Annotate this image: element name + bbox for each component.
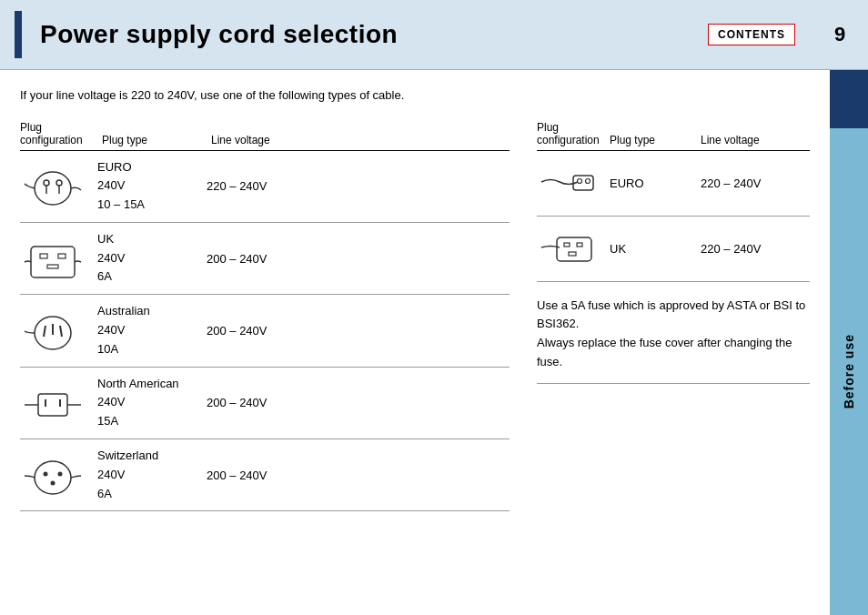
- contents-button[interactable]: CONTENTS: [708, 24, 795, 45]
- page-body: If your line voltage is 220 to 240V, use…: [0, 70, 830, 615]
- left-plug-table: Plugconfiguration Plug type Line voltage: [20, 121, 510, 512]
- plug-info-swiss: Switzerland240V6A: [97, 447, 207, 503]
- right-col-voltage: Line voltage: [701, 134, 782, 146]
- table-row: UK 220 – 240V: [537, 217, 810, 282]
- svg-rect-6: [40, 254, 47, 258]
- svg-rect-8: [47, 265, 58, 268]
- svg-point-21: [578, 178, 582, 183]
- header-accent-bar: [15, 11, 22, 58]
- svg-point-18: [58, 471, 63, 476]
- plug-voltage-swiss: 200 – 240V: [207, 469, 288, 482]
- table-row: UK240V6A 200 – 240V: [20, 223, 510, 295]
- right-plug-table: Plugconfiguration Plug type Line voltage: [537, 121, 810, 384]
- tables-row: Plugconfiguration Plug type Line voltage: [20, 121, 810, 512]
- sidebar-blue: Before use: [830, 128, 868, 615]
- svg-point-1: [44, 180, 49, 186]
- table-row: EURO240V10 – 15A 220 – 240V: [20, 151, 510, 223]
- svg-point-22: [586, 178, 590, 183]
- svg-point-2: [56, 180, 62, 186]
- plug-image-aus: [20, 306, 97, 356]
- table-row: North American240V15A 200 – 240V: [20, 368, 510, 439]
- col-header-voltage: Line voltage: [211, 134, 293, 146]
- svg-rect-5: [31, 247, 75, 277]
- right-plug-type-euro: EURO: [610, 176, 701, 190]
- north-american-plug-icon: [20, 378, 86, 428]
- fuse-line2: Always replace the fuse cover after chan…: [537, 336, 792, 368]
- page-number: 9: [826, 23, 853, 46]
- right-col-config: Plugconfiguration: [537, 121, 610, 146]
- right-plug-type-uk: UK: [610, 242, 701, 256]
- svg-line-10: [44, 326, 45, 337]
- svg-point-19: [51, 480, 56, 485]
- plug-image-na: [20, 378, 97, 428]
- table-row: Australian240V10A 200 – 240V: [20, 295, 510, 367]
- plug-info-euro: EURO240V10 – 15A: [97, 158, 207, 215]
- col-header-type: Plug type: [102, 134, 211, 146]
- svg-point-17: [44, 471, 48, 476]
- plug-image-swiss: [20, 450, 97, 500]
- svg-rect-25: [577, 243, 582, 247]
- main-content: Power supply cord selection CONTENTS 9 I…: [0, 0, 868, 615]
- sidebar-label: Before use: [842, 334, 856, 408]
- intro-text: If your line voltage is 220 to 240V, use…: [20, 86, 810, 105]
- plug-info-aus: Australian240V10A: [97, 302, 207, 358]
- switzerland-plug-icon: [20, 450, 86, 500]
- page-title: Power supply cord selection: [40, 20, 398, 49]
- table-row: EURO 220 – 240V: [537, 151, 810, 217]
- plug-voltage-uk: 200 – 240V: [207, 252, 288, 266]
- plug-info-na: North American240V15A: [97, 375, 207, 431]
- svg-line-11: [60, 326, 62, 337]
- right-sidebar: Before use: [830, 70, 868, 615]
- fuse-line1: Use a 5A fuse which is approved by ASTA …: [537, 298, 805, 331]
- right-plug-voltage-euro: 220 – 240V: [701, 176, 782, 190]
- svg-rect-7: [58, 254, 66, 258]
- plug-voltage-na: 200 – 240V: [207, 396, 288, 409]
- svg-rect-23: [557, 237, 591, 261]
- right-plug-image-uk: [537, 225, 610, 273]
- body-area: If your line voltage is 220 to 240V, use…: [0, 70, 868, 615]
- plug-voltage-euro: 220 – 240V: [207, 179, 288, 193]
- svg-rect-24: [564, 243, 570, 247]
- svg-rect-13: [38, 394, 67, 416]
- page-header: Power supply cord selection CONTENTS 9: [0, 0, 868, 70]
- left-table-header: Plugconfiguration Plug type Line voltage: [20, 121, 510, 151]
- svg-point-0: [35, 172, 71, 205]
- uk-plug-icon: [20, 234, 86, 284]
- plug-image-uk: [20, 234, 97, 284]
- sidebar-dark-top: [830, 70, 868, 128]
- euro-plug-icon: [20, 161, 86, 211]
- col-header-config: Plugconfiguration: [20, 121, 102, 146]
- right-col-type: Plug type: [610, 134, 701, 146]
- uk-cable-icon: [537, 225, 601, 270]
- fuse-info: Use a 5A fuse which is approved by ASTA …: [537, 297, 810, 384]
- header-left: Power supply cord selection: [15, 11, 398, 58]
- plug-voltage-aus: 200 – 240V: [207, 324, 288, 338]
- plug-image-euro: [20, 161, 97, 211]
- euro-cable-icon: [537, 159, 601, 205]
- australian-plug-icon: [20, 306, 86, 356]
- plug-info-uk: UK240V6A: [97, 230, 207, 287]
- right-plug-image-euro: [537, 159, 610, 207]
- right-table-header: Plugconfiguration Plug type Line voltage: [537, 121, 810, 151]
- svg-point-16: [35, 461, 71, 494]
- svg-rect-26: [569, 252, 576, 256]
- right-plug-voltage-uk: 220 – 240V: [701, 242, 782, 256]
- table-row: Switzerland240V6A 200 – 240V: [20, 439, 510, 511]
